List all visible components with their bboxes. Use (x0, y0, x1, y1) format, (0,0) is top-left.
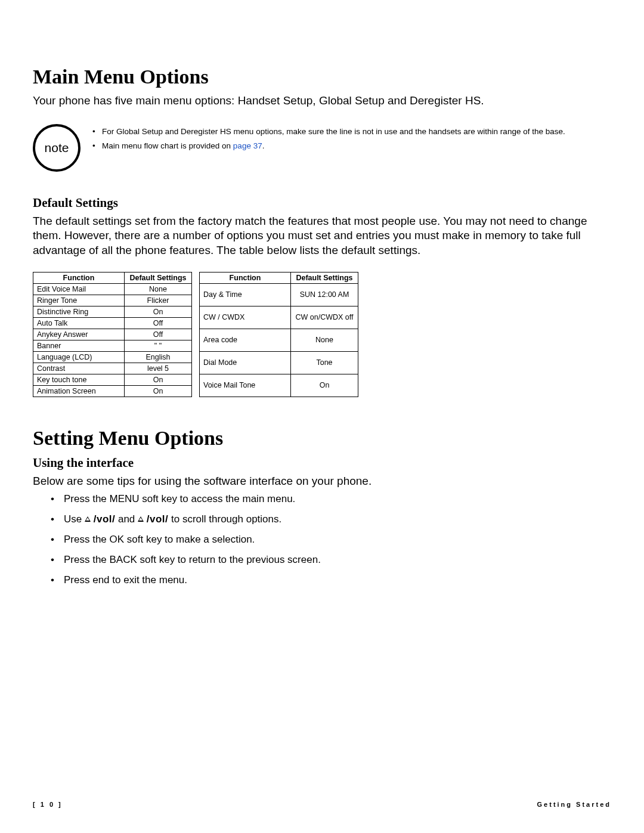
table-row: Language (LCD)English (33, 351, 192, 363)
note-item: For Global Setup and Deregister HS menu … (92, 126, 565, 137)
table-row: CW / CWDXCW on/CWDX off (200, 306, 358, 329)
table-row: Area codeNone (200, 329, 358, 351)
table-row: Dial ModeTone (200, 351, 358, 374)
settings-table-2: FunctionDefault Settings Day & TimeSUN 1… (199, 272, 358, 397)
interface-body: Below are some tips for using the softwa… (33, 474, 611, 488)
main-menu-options-heading: Main Menu Options (33, 66, 611, 88)
table-row: Auto TalkOff (33, 317, 192, 329)
table-row: Ringer ToneFlicker (33, 295, 192, 306)
intro-paragraph: Your phone has five main menu options: H… (33, 94, 611, 107)
tip-item: Press the OK soft key to make a selectio… (51, 534, 611, 546)
table-row: Voice Mail ToneOn (200, 374, 358, 397)
table-row: Edit Voice MailNone (33, 283, 192, 295)
setting-menu-options-heading: Setting Menu Options (33, 427, 611, 450)
table-row: Distinctive RingOn (33, 306, 192, 317)
note-block: note For Global Setup and Deregister HS … (33, 124, 611, 172)
up-triangle-icon (85, 516, 91, 522)
tip-item: Press end to exit the menu. (51, 574, 611, 586)
table-row: Anykey AnswerOff (33, 329, 192, 340)
default-settings-subhead: Default Settings (33, 196, 611, 210)
settings-tables: FunctionDefault Settings Edit Voice Mail… (33, 272, 611, 397)
tip-item: Press the MENU soft key to access the ma… (51, 493, 611, 505)
note-list: For Global Setup and Deregister HS menu … (92, 126, 565, 154)
up-triangle-icon (138, 516, 144, 522)
using-interface-subhead: Using the interface (33, 456, 611, 470)
table-row: Day & TimeSUN 12:00 AM (200, 283, 358, 306)
tip-item: Press the BACK soft key to return to the… (51, 554, 611, 566)
table-row: Animation ScreenOn (33, 385, 192, 397)
note-icon: note (33, 124, 80, 172)
note-item: Main menu flow chart is provided on page… (92, 141, 565, 151)
settings-table-1: FunctionDefault Settings Edit Voice Mail… (33, 272, 192, 397)
page-number: [ 1 0 ] (33, 801, 63, 808)
tips-list: Press the MENU soft key to access the ma… (51, 493, 611, 586)
footer-section-label: Getting Started (537, 801, 611, 808)
page-37-link[interactable]: page 37 (233, 141, 262, 150)
table-row: Key touch toneOn (33, 374, 192, 385)
table-row: Banner" " (33, 340, 192, 351)
tip-item: Use /vol/ and /vol/ to scroll through op… (51, 513, 611, 525)
table-row: Contrastlevel 5 (33, 363, 192, 374)
default-settings-body: The default settings set from the factor… (33, 214, 611, 258)
